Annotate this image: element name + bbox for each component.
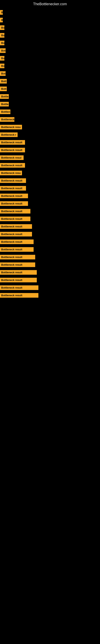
site-title-text: TheBottlenecker.com bbox=[0, 0, 100, 7]
list-item: Bo bbox=[0, 55, 100, 61]
list-item: Bottleneck result bbox=[0, 162, 100, 168]
bottleneck-label: Bo bbox=[0, 33, 4, 38]
bottleneck-label: Bo bbox=[0, 56, 4, 60]
list-item: Bottleneck result bbox=[0, 239, 100, 245]
bottleneck-bar bbox=[26, 186, 100, 191]
bottleneck-bar bbox=[4, 25, 100, 30]
list-item: Bottleneck result bbox=[0, 246, 100, 252]
bottleneck-label: Bottleneck result bbox=[0, 201, 28, 206]
bottleneck-label: Bottleneck resu bbox=[0, 125, 22, 130]
bottleneck-bar bbox=[25, 140, 100, 145]
bottleneck-bar bbox=[34, 239, 100, 244]
list-item: Bottleneck r bbox=[0, 132, 100, 138]
bottleneck-bar bbox=[6, 48, 100, 53]
list-item: Bottleneck result bbox=[0, 262, 100, 268]
list-item: Bottle bbox=[0, 94, 100, 100]
bottleneck-label: Bottleneck resu bbox=[0, 171, 22, 175]
bottleneck-bar bbox=[10, 109, 100, 114]
bottleneck-bar bbox=[35, 254, 100, 260]
bottleneck-bar bbox=[24, 155, 100, 160]
list-item: Bottleneck resu bbox=[0, 124, 100, 130]
bottleneck-label: Bottleneck result bbox=[0, 163, 25, 168]
list-item: Bottleneck resul bbox=[0, 154, 100, 160]
bottleneck-label: B bbox=[0, 18, 3, 22]
bottleneck-bar bbox=[18, 132, 100, 137]
bottleneck-label: Bottleneck result bbox=[0, 270, 37, 275]
bottleneck-bar bbox=[38, 292, 100, 298]
bottleneck-bar bbox=[3, 10, 100, 15]
bottleneck-bar bbox=[22, 124, 100, 130]
list-item: Bottleneck result bbox=[0, 292, 100, 298]
list-item: Bottleneck result bbox=[0, 284, 100, 290]
bottleneck-bar bbox=[26, 178, 100, 183]
list-item: Bottleneck result bbox=[0, 193, 100, 199]
list-item: Bo bbox=[0, 40, 100, 46]
list-item: Bo bbox=[0, 32, 100, 38]
bottleneck-bar bbox=[4, 56, 100, 61]
list-item: Bottleneck result bbox=[0, 178, 100, 184]
bottleneck-label: Bottleneck result bbox=[0, 293, 38, 298]
bottleneck-label: Bott bbox=[0, 86, 7, 91]
list-item: Bottlen bbox=[0, 109, 100, 115]
bottleneck-label: Bottleneck result bbox=[0, 140, 25, 145]
bottleneck-bar bbox=[9, 102, 100, 107]
bottleneck-label: Bottleneck result bbox=[0, 262, 35, 267]
bottleneck-bar bbox=[37, 270, 100, 275]
list-item: Bottleneck result bbox=[0, 277, 100, 283]
list-item: Bott bbox=[0, 86, 100, 92]
bottleneck-label: Bottleneck result bbox=[0, 255, 35, 260]
bottleneck-label: Bottleneck result bbox=[0, 224, 32, 229]
bottleneck-bar bbox=[3, 17, 100, 22]
bottleneck-bar bbox=[6, 71, 100, 76]
list-item: Bottleneck result bbox=[0, 139, 100, 145]
list-item: B bbox=[0, 17, 100, 23]
bottleneck-bar bbox=[4, 40, 100, 46]
bottleneck-bar bbox=[22, 170, 100, 176]
bottleneck-bar bbox=[30, 208, 100, 214]
bottleneck-label: Bottle bbox=[0, 94, 9, 99]
bottleneck-label: B bbox=[0, 10, 3, 15]
bottleneck-bar bbox=[38, 285, 100, 290]
bottleneck-label: Bottleneck result bbox=[0, 209, 30, 214]
bottleneck-bar bbox=[34, 247, 100, 252]
list-item: Bo bbox=[0, 63, 100, 69]
bottleneck-label: Bottleneck result bbox=[0, 186, 26, 190]
list-item: Bottle bbox=[0, 101, 100, 107]
bottleneck-label: Bottleneck result bbox=[0, 232, 32, 236]
bottleneck-bar bbox=[30, 216, 100, 222]
bottleneck-label: Bottleneck result bbox=[0, 285, 38, 290]
bottleneck-bar bbox=[25, 162, 100, 168]
bottleneck-bar bbox=[32, 224, 100, 229]
list-item: Bottleneck result bbox=[0, 200, 100, 206]
bottleneck-bar bbox=[37, 277, 100, 282]
list-item: B bbox=[0, 9, 100, 15]
list-item: Bo bbox=[0, 24, 100, 30]
bottleneck-label: Bot bbox=[0, 71, 6, 76]
bottleneck-bar bbox=[35, 262, 100, 267]
bottleneck-label: Bottleneck result bbox=[0, 178, 26, 183]
bottleneck-label: Bottleneck result bbox=[0, 278, 37, 282]
list-item: Bottleneck result bbox=[0, 224, 100, 230]
list-item: Bottleneck bbox=[0, 116, 100, 122]
bottleneck-bar bbox=[28, 201, 100, 206]
bottleneck-bar bbox=[7, 86, 100, 91]
bottleneck-label: Bottleneck result bbox=[0, 240, 34, 244]
items-container: BBBoBoBoBotBoBoBotBottBottBottleBottleBo… bbox=[0, 7, 100, 302]
list-item: Bottleneck result bbox=[0, 147, 100, 153]
bottleneck-bar bbox=[28, 193, 100, 198]
list-item: Bot bbox=[0, 70, 100, 76]
list-item: Bottleneck resu bbox=[0, 170, 100, 176]
list-item: Bottleneck result bbox=[0, 208, 100, 214]
bottleneck-label: Bottlen bbox=[0, 110, 10, 114]
bottleneck-label: Bottleneck bbox=[0, 117, 14, 122]
list-item: Bot bbox=[0, 48, 100, 54]
bottleneck-label: Bo bbox=[0, 25, 4, 30]
bottleneck-label: Bo bbox=[0, 64, 4, 68]
bottleneck-label: Bottle bbox=[0, 102, 9, 106]
bottleneck-bar bbox=[4, 63, 100, 68]
bottleneck-bar bbox=[32, 232, 100, 237]
list-item: Bott bbox=[0, 78, 100, 84]
bottleneck-bar bbox=[4, 32, 100, 38]
bottleneck-bar bbox=[9, 94, 100, 99]
bottleneck-label: Bot bbox=[0, 48, 6, 53]
